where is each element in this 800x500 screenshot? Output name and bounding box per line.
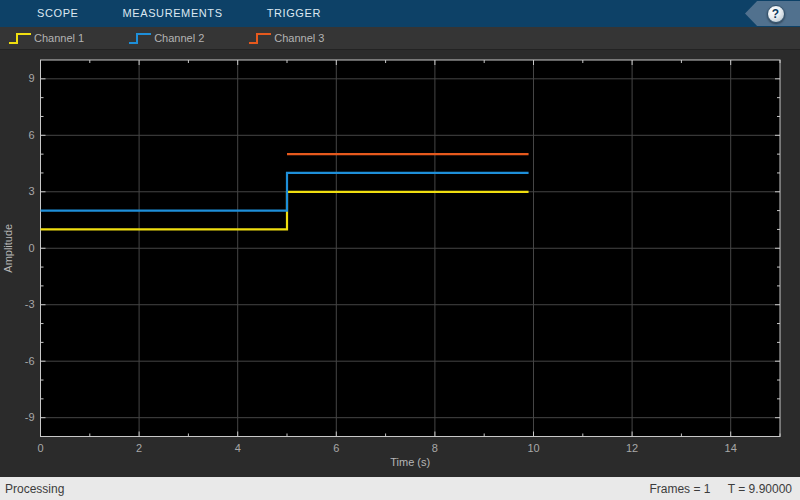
svg-text:14: 14 <box>725 442 737 454</box>
plot-region: 02468101214-9-6-30369Time (s)Amplitude <box>0 50 800 477</box>
svg-text:0: 0 <box>37 442 43 454</box>
svg-text:-6: -6 <box>25 355 35 367</box>
frames-counter: Frames = 1 <box>649 482 710 496</box>
status-message: Processing <box>5 482 64 496</box>
svg-text:0: 0 <box>28 242 34 254</box>
svg-text:Time (s): Time (s) <box>390 456 430 468</box>
svg-text:-3: -3 <box>25 298 35 310</box>
status-bar: Processing Frames = 1 T = 9.90000 <box>0 477 800 500</box>
svg-text:4: 4 <box>235 442 241 454</box>
legend-item-channel-2[interactable]: Channel 2 <box>128 31 204 45</box>
channel-1-step-icon <box>8 31 32 45</box>
tab-scope[interactable]: SCOPE <box>15 0 101 27</box>
help-icon: ? <box>767 5 785 23</box>
legend-label: Channel 2 <box>154 32 204 44</box>
toolbar: SCOPE MEASUREMENTS TRIGGER ? <box>0 0 800 27</box>
channel-3-step-icon <box>248 31 272 45</box>
svg-text:6: 6 <box>333 442 339 454</box>
svg-text:12: 12 <box>626 442 638 454</box>
svg-text:3: 3 <box>28 185 34 197</box>
time-counter: T = 9.90000 <box>728 482 792 496</box>
legend-label: Channel 1 <box>34 32 84 44</box>
svg-text:8: 8 <box>432 442 438 454</box>
tab-measurements[interactable]: MEASUREMENTS <box>101 0 245 27</box>
tab-trigger[interactable]: TRIGGER <box>245 0 343 27</box>
scope-window: SCOPE MEASUREMENTS TRIGGER ? Channel 1 C… <box>0 0 800 500</box>
status-counters: Frames = 1 T = 9.90000 <box>649 482 792 496</box>
legend-item-channel-3[interactable]: Channel 3 <box>248 31 324 45</box>
svg-text:6: 6 <box>28 129 34 141</box>
svg-text:9: 9 <box>28 72 34 84</box>
help-button[interactable]: ? <box>745 1 800 26</box>
svg-text:-9: -9 <box>25 411 35 423</box>
waveform-chart: 02468101214-9-6-30369Time (s)Amplitude <box>0 50 800 477</box>
legend-bar: Channel 1 Channel 2 Channel 3 <box>0 27 800 50</box>
legend-item-channel-1[interactable]: Channel 1 <box>8 31 84 45</box>
svg-text:2: 2 <box>136 442 142 454</box>
legend-label: Channel 3 <box>274 32 324 44</box>
svg-text:10: 10 <box>527 442 539 454</box>
channel-2-step-icon <box>128 31 152 45</box>
svg-text:Amplitude: Amplitude <box>2 224 14 273</box>
